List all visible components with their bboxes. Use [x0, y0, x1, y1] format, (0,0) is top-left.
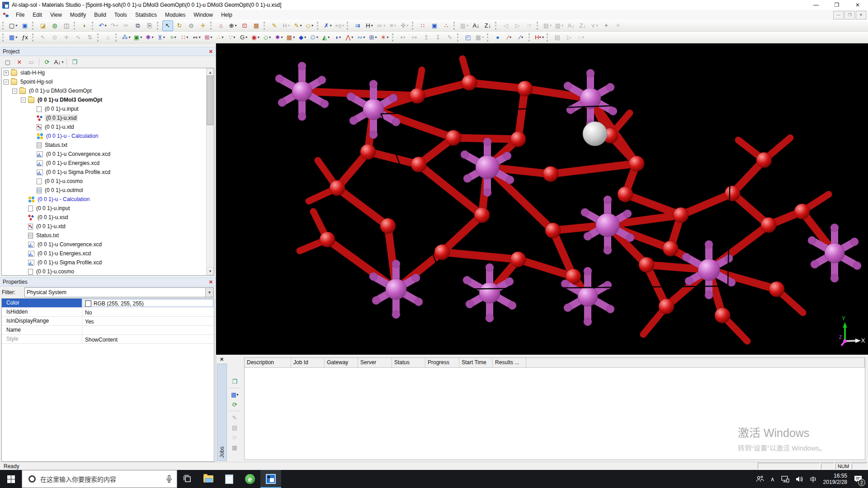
bond-tool-button[interactable]: ⁄▾	[504, 32, 515, 43]
property-value[interactable]: No	[82, 308, 214, 316]
module-k-lattice-button[interactable]: ◇▾	[262, 32, 273, 43]
sketch-ring-button[interactable]: ◇▾	[304, 20, 315, 31]
tree-item[interactable]: (0 0 1)-u.xtd	[2, 122, 214, 131]
dropdown-caret-icon[interactable]: ▾	[316, 35, 318, 39]
tree-item[interactable]: (0 0 1)-u.cosmo	[2, 177, 214, 186]
import-button[interactable]: ◍	[49, 20, 60, 31]
module-blue-gem-button[interactable]: ◆▾	[297, 32, 308, 43]
module-green-cube-button[interactable]: ▣▾	[132, 32, 143, 43]
property-row[interactable]: IsHiddenNo	[2, 308, 214, 317]
undo-button[interactable]: ↶▾	[97, 20, 108, 31]
translate-tool-button[interactable]: ✛	[198, 20, 208, 31]
dropdown-caret-icon[interactable]: ▾	[300, 23, 302, 28]
module-mosaic-button[interactable]: ▩▾	[285, 32, 296, 43]
chevron-down-icon[interactable]: ▼	[205, 288, 213, 297]
module-bond-link-button[interactable]: ↭▾	[191, 32, 202, 43]
collapse-icon[interactable]: −	[4, 80, 9, 84]
sort-project-button[interactable]: A↓▾	[53, 56, 64, 67]
internet-explorer-button[interactable]: e	[240, 470, 260, 488]
dropdown-caret-icon[interactable]: ▾	[15, 35, 17, 39]
module-scatter-button[interactable]: ∵▾	[226, 32, 237, 43]
tree-item[interactable]: (0 0 1)-u.cosmo	[2, 267, 214, 276]
module-green-waves-button[interactable]: ≈▾	[168, 32, 179, 43]
new-item-button[interactable]: ▢	[2, 56, 13, 67]
minimize-icon[interactable]: —	[806, 0, 826, 10]
table-view-button[interactable]: ▦▾	[8, 32, 19, 43]
tree-item[interactable]: (0 0 1)-u Energies.xcd	[2, 249, 214, 258]
property-row[interactable]: ColorRGB (255, 255, 255)	[2, 299, 214, 308]
jobs-column-header[interactable]: Description	[245, 358, 291, 367]
tree-item[interactable]: +slab-H-Hg	[2, 68, 214, 77]
jobs-tab[interactable]: Jobs	[217, 364, 227, 461]
label-remove-button[interactable]: ∴	[441, 20, 452, 31]
structure-viewport[interactable]: Y X Z	[216, 43, 868, 355]
function-editor-button[interactable]: ƒx	[19, 32, 30, 43]
dropdown-caret-icon[interactable]: ▾	[293, 35, 295, 39]
export-button[interactable]: ◫	[61, 20, 72, 31]
property-value[interactable]: ShowContent	[82, 335, 214, 343]
rotate-tool-button[interactable]: ↻	[174, 20, 185, 31]
dropdown-caret-icon[interactable]: ▾	[198, 35, 200, 39]
dropdown-caret-icon[interactable]: ▾	[163, 35, 165, 39]
start-button[interactable]	[0, 470, 22, 488]
menu-modules[interactable]: Modules	[161, 10, 189, 19]
property-value[interactable]: Yes	[82, 317, 214, 325]
tree-item[interactable]: (0 0 1)-u.xtd	[2, 222, 214, 231]
tree-item[interactable]: (0 0 1)-u Sigma Profile.xcd	[2, 258, 214, 267]
add-atom-button[interactable]: ●	[492, 32, 503, 43]
tree-item[interactable]: (0 0 1)-u.xsd	[2, 113, 214, 122]
hydrogen-bond-button[interactable]: H•▾	[534, 32, 545, 43]
module-atom-web-button[interactable]: ✳▾	[379, 32, 390, 43]
tree-item[interactable]: (0 0 1)-u.outmol	[2, 186, 214, 195]
jobs-view-button[interactable]: ▦▾	[229, 390, 240, 399]
tree-item[interactable]: (0 0 1)-u.input	[2, 204, 214, 213]
taskbar-search-input[interactable]: 在这里输入你要搜索的内容	[22, 470, 177, 488]
dropdown-caret-icon[interactable]: ▾	[236, 393, 238, 397]
copy-button[interactable]: ⧉	[132, 20, 143, 31]
jobs-column-header[interactable]: Job Id	[291, 358, 325, 367]
dropdown-caret-icon[interactable]: ▾	[15, 23, 17, 28]
dropdown-caret-icon[interactable]: ▾	[542, 35, 544, 39]
module-atom-chain-button[interactable]: ⁂▾	[121, 32, 132, 43]
module-layers-button[interactable]: ◭▾	[321, 32, 331, 43]
chevron-up-icon[interactable]: ∧	[767, 470, 778, 488]
people-icon[interactable]	[753, 470, 767, 488]
taskbar-clock[interactable]: 16:55 2019/2/28	[820, 470, 851, 488]
network-icon[interactable]	[778, 470, 793, 488]
module-red-dots-button[interactable]: ∷▾	[179, 32, 190, 43]
jobs-column-header[interactable]: Progress	[425, 358, 459, 367]
module-peak-chart-button[interactable]: ⋀▾	[344, 32, 355, 43]
module-purple-texture-button[interactable]: ✹▾	[274, 32, 284, 43]
open-folder-button[interactable]: ◪	[38, 20, 48, 31]
menu-tools[interactable]: Tools	[110, 10, 131, 19]
dropdown-caret-icon[interactable]: ▾	[235, 23, 236, 28]
dropdown-caret-icon[interactable]: ▾	[281, 35, 283, 39]
property-row[interactable]: StyleShowContent	[2, 335, 214, 344]
dropdown-caret-icon[interactable]: ▾	[151, 35, 153, 39]
sort-ascending-button[interactable]: A↓	[471, 20, 481, 31]
menu-file[interactable]: File	[12, 10, 28, 19]
menu-build[interactable]: Build	[90, 10, 110, 19]
save-project-button[interactable]: ◗	[79, 20, 90, 31]
restore-icon[interactable]: ❐	[826, 0, 847, 10]
tree-item[interactable]: (0 0 1)-u - Calculation	[2, 131, 214, 141]
tree-item[interactable]: −(0 0 1)-u DMol3 GeomOpt	[2, 95, 214, 104]
dropdown-caret-icon[interactable]: ▾	[330, 23, 331, 28]
dropdown-caret-icon[interactable]: ▾	[104, 23, 106, 28]
dropdown-caret-icon[interactable]: ▾	[521, 35, 523, 39]
tree-item[interactable]: Status.txt	[2, 231, 214, 240]
view-orientation-button[interactable]: ⊕▾	[227, 20, 238, 31]
refresh-jobs-button[interactable]: ⟳	[229, 400, 240, 409]
dropdown-caret-icon[interactable]: ▾	[351, 35, 353, 39]
property-value[interactable]	[82, 326, 214, 334]
dropdown-caret-icon[interactable]: ▾	[363, 35, 365, 39]
tree-item[interactable]: (0 0 1)-u - Calculation	[2, 195, 214, 204]
dropdown-caret-icon[interactable]: ▾	[233, 35, 235, 39]
sketch-atom-button[interactable]: ✎▾	[292, 20, 303, 31]
dropdown-caret-icon[interactable]: ▾	[128, 35, 130, 39]
module-n-swirl-button[interactable]: ∅▾	[309, 32, 320, 43]
project-close-icon[interactable]: ✕	[209, 49, 213, 55]
refresh-button[interactable]: ⟳	[42, 56, 52, 67]
dropdown-caret-icon[interactable]: ▾	[311, 23, 313, 28]
dropdown-caret-icon[interactable]: ▾	[387, 35, 388, 39]
